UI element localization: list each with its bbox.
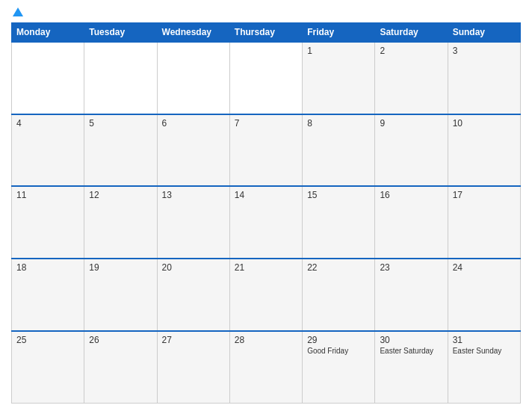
logo — [11, 7, 23, 16]
holiday-label: Easter Saturday — [380, 347, 442, 355]
day-number: 24 — [453, 262, 516, 273]
day-cell: 1 — [303, 42, 375, 114]
day-number: 16 — [380, 190, 442, 200]
day-header-friday: Friday — [303, 23, 375, 43]
day-cell: 21 — [229, 259, 302, 331]
day-cell: 15 — [303, 186, 375, 259]
day-number: 25 — [16, 335, 79, 345]
day-cell: 22 — [303, 259, 375, 331]
day-cell: 4 — [12, 114, 84, 187]
day-cell: 7 — [229, 114, 302, 187]
week-row-2: 45678910 — [12, 114, 521, 187]
day-number: 19 — [89, 262, 152, 273]
day-header-tuesday: Tuesday — [84, 23, 157, 43]
day-number: 3 — [453, 46, 516, 56]
day-cell: 29Good Friday — [303, 331, 375, 404]
day-number: 30 — [380, 335, 442, 345]
day-number: 2 — [380, 46, 442, 56]
days-header-row: MondayTuesdayWednesdayThursdayFridaySatu… — [12, 23, 521, 43]
holiday-label: Good Friday — [307, 347, 370, 355]
day-cell: 16 — [375, 186, 448, 259]
day-number: 12 — [89, 190, 152, 200]
day-number: 21 — [235, 262, 297, 273]
day-header-monday: Monday — [12, 23, 84, 43]
day-number: 11 — [16, 190, 79, 200]
day-cell — [84, 42, 157, 114]
day-cell: 17 — [448, 186, 520, 259]
day-number: 29 — [307, 335, 370, 345]
day-number: 9 — [380, 118, 442, 129]
day-cell: 10 — [448, 114, 520, 187]
day-cell: 18 — [12, 259, 84, 331]
day-number: 23 — [380, 262, 442, 273]
day-cell — [12, 42, 84, 114]
day-number: 13 — [162, 190, 225, 200]
day-cell: 28 — [229, 331, 302, 404]
day-cell: 5 — [84, 114, 157, 187]
week-row-4: 18192021222324 — [12, 259, 521, 331]
week-row-5: 2526272829Good Friday30Easter Saturday31… — [12, 331, 521, 404]
day-number: 18 — [16, 262, 79, 273]
day-cell: 12 — [84, 186, 157, 259]
day-cell: 23 — [375, 259, 448, 331]
day-number: 31 — [453, 335, 516, 345]
day-number: 28 — [235, 335, 297, 345]
holiday-label: Easter Sunday — [453, 347, 516, 355]
calendar-table: MondayTuesdayWednesdayThursdayFridaySatu… — [11, 22, 521, 404]
week-row-3: 11121314151617 — [12, 186, 521, 259]
day-number: 4 — [16, 118, 79, 129]
day-cell: 31Easter Sunday — [448, 331, 520, 404]
day-number: 5 — [89, 118, 152, 129]
header — [11, 7, 521, 16]
day-number: 14 — [235, 190, 297, 200]
week-row-1: 123 — [12, 42, 521, 114]
day-cell: 6 — [157, 114, 229, 187]
logo-triangle-icon — [13, 7, 23, 16]
day-cell: 30Easter Saturday — [375, 331, 448, 404]
page: MondayTuesdayWednesdayThursdayFridaySatu… — [0, 0, 532, 411]
day-cell: 26 — [84, 331, 157, 404]
day-cell: 20 — [157, 259, 229, 331]
day-cell: 13 — [157, 186, 229, 259]
day-cell: 2 — [375, 42, 448, 114]
day-cell — [229, 42, 302, 114]
day-number: 6 — [162, 118, 225, 129]
day-cell: 11 — [12, 186, 84, 259]
day-header-thursday: Thursday — [229, 23, 302, 43]
day-number: 22 — [307, 262, 370, 273]
day-header-saturday: Saturday — [375, 23, 448, 43]
day-number: 17 — [453, 190, 516, 200]
day-cell — [157, 42, 229, 114]
day-cell: 19 — [84, 259, 157, 331]
day-cell: 27 — [157, 331, 229, 404]
day-number: 27 — [162, 335, 225, 345]
day-number: 7 — [235, 118, 297, 129]
day-header-sunday: Sunday — [448, 23, 520, 43]
day-cell: 24 — [448, 259, 520, 331]
day-header-wednesday: Wednesday — [157, 23, 229, 43]
day-cell: 25 — [12, 331, 84, 404]
day-number: 20 — [162, 262, 225, 273]
day-number: 8 — [307, 118, 370, 129]
day-cell: 3 — [448, 42, 520, 114]
day-cell: 8 — [303, 114, 375, 187]
day-number: 1 — [307, 46, 370, 56]
day-number: 10 — [453, 118, 516, 129]
day-number: 26 — [89, 335, 152, 345]
day-number: 15 — [307, 190, 370, 200]
day-cell: 9 — [375, 114, 448, 187]
day-cell: 14 — [229, 186, 302, 259]
